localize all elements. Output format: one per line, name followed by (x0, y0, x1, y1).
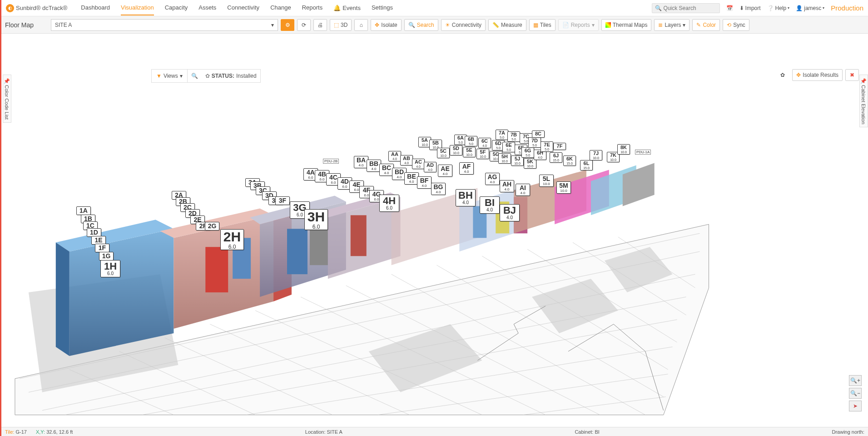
cabinet-label-7J[interactable]: 7J10.0 (590, 150, 602, 160)
zoom-controls: 🔍+ 🔍− ➤ (849, 375, 862, 411)
filter-settings-icon[interactable]: ✿ (776, 69, 789, 81)
cabinet-label-1E[interactable]: 1E (91, 236, 106, 245)
cabinet-label-3F[interactable]: 3F (275, 196, 290, 205)
cabinet-label-3H[interactable]: 3H6.0 (304, 209, 328, 230)
nav-connectivity[interactable]: Connectivity (227, 0, 259, 15)
zoom-in-button[interactable]: 🔍+ (849, 375, 862, 386)
grid-icon: ▦ (533, 22, 538, 28)
cabinet-label: Cabinet: (575, 429, 593, 435)
reports-button[interactable]: 📄Reports ▾ (558, 19, 599, 31)
brand-product: dcTrack® (42, 5, 67, 11)
svg-marker-28 (56, 242, 69, 356)
cabinet-label-AB[interactable]: AB4.0 (400, 155, 413, 165)
filter-search-icon[interactable]: 🔍 (188, 73, 202, 79)
cabinet-label-1A[interactable]: 1A (76, 206, 91, 215)
cabinet-label-1D[interactable]: 1D (87, 228, 101, 237)
cabinet-value: BI (595, 429, 599, 435)
connectivity-button[interactable]: ☀Connectivity (441, 19, 486, 31)
cabinet-label-8C[interactable]: 8C (532, 130, 545, 138)
cabinet-label-7D[interactable]: 7D5.0 (528, 137, 541, 148)
cabinet-label-AC[interactable]: AC4.0 (412, 159, 425, 169)
cabinet-label-1F[interactable]: 1F (95, 244, 109, 252)
gear-icon: ✿ (205, 73, 210, 79)
cabinet-label-BJ[interactable]: BJ4.0 (500, 204, 520, 221)
pdu-label-PDU-1A[interactable]: PDU-1A (635, 150, 651, 155)
import-button[interactable]: ⬇ Import (739, 5, 761, 11)
cabinet-label-4H[interactable]: 4H6.0 (379, 195, 399, 212)
cabinet-label-6J[interactable]: 6J15.0 (550, 152, 562, 163)
sync-button[interactable]: ⟲Sync (723, 19, 749, 31)
layers-button[interactable]: ≣Layers ▾ (654, 19, 689, 31)
cabinet-label-AD[interactable]: AD4.0 (424, 162, 436, 172)
user-menu[interactable]: 👤 jamesc ▾ (796, 5, 824, 11)
cabinet-label-5D[interactable]: 5D10.0 (450, 145, 462, 155)
nav-reports[interactable]: Reports (302, 0, 323, 15)
cabinet-label-6G[interactable]: 6G5.0 (521, 147, 534, 158)
cabinet-label-BH[interactable]: BH4.0 (456, 189, 476, 206)
clear-filter-button[interactable]: ✖ (845, 69, 859, 81)
3d-button[interactable]: ⬚3D (330, 19, 352, 31)
cabinet-label-AE[interactable]: AE4.0 (438, 165, 452, 177)
cabinet-label-BG[interactable]: BG4.0 (431, 183, 446, 195)
quick-search-input[interactable] (664, 5, 717, 11)
cabinet-label-5C[interactable]: 5C10.0 (437, 148, 450, 158)
nav-change[interactable]: Change (270, 0, 291, 15)
cabinet-label-6C[interactable]: 6C4.0 (478, 138, 491, 148)
cabinet-label-6K[interactable]: 6K15.0 (563, 155, 576, 166)
site-select[interactable]: SITE A ▾ (51, 19, 278, 31)
calendar-icon[interactable]: 📅 (726, 5, 733, 11)
cabinet-label-5M[interactable]: 5M10.0 (556, 181, 571, 194)
pdu-label-PDU-2B[interactable]: PDU-2B (323, 159, 339, 164)
thermal-maps-button[interactable]: Thermal Maps (601, 19, 652, 31)
cabinet-label-BI[interactable]: BI4.0 (480, 196, 500, 214)
color-button[interactable]: ✎Color (692, 19, 720, 31)
cabinet-label-1H[interactable]: 1H6.0 (100, 260, 120, 277)
cabinet-label-8K[interactable]: 8K10.0 (617, 144, 630, 155)
cabinet-label-6E[interactable]: 6E5.0 (502, 142, 515, 152)
settings-gear-button[interactable]: ⚙ (281, 19, 294, 31)
nav-capacity[interactable]: Capacity (165, 0, 188, 15)
isolate-results-button[interactable]: ✥Isolate Results (792, 69, 843, 81)
status-filter[interactable]: ✿ STATUS: Installed (202, 73, 260, 79)
measure-button[interactable]: 📏Measure (488, 19, 526, 31)
nav-assets[interactable]: Assets (198, 0, 216, 15)
cabinet-label-7A[interactable]: 7A5.0 (496, 130, 508, 140)
help-menu[interactable]: ❔ Help ▾ (767, 5, 790, 11)
cabinet-label-1G[interactable]: 1G (99, 252, 114, 261)
floor-map-canvas[interactable]: ▼ Views ▾ 🔍 ✿ STATUS: Installed ✿ ✥Isola… (1, 34, 868, 427)
cabinet-label-AH[interactable]: AH4.0 (500, 180, 514, 192)
isolate-button[interactable]: ✥Isolate (371, 19, 401, 31)
cabinet-label-5E[interactable]: 5E10.0 (463, 147, 476, 157)
floor-3d-view (1, 34, 868, 427)
cabinet-label-7F[interactable]: 7F (553, 143, 566, 150)
cabinet-label-6B[interactable]: 6B5.0 (465, 136, 477, 146)
cabinet-label-5H[interactable]: 5H10.0 (498, 153, 511, 164)
cabinet-label-2H[interactable]: 2H6.0 (220, 229, 244, 250)
home-button[interactable]: ⌂ (354, 19, 368, 31)
cabinet-label-AA[interactable]: AA4.0 (388, 151, 401, 161)
nav-dashboard[interactable]: Dashboard (81, 0, 110, 15)
cabinet-label-5F[interactable]: 5F10.0 (476, 149, 489, 159)
cabinet-label-AG[interactable]: AG4.0 (485, 173, 500, 185)
tiles-button[interactable]: ▦Tiles (529, 19, 556, 31)
cabinet-label-2G[interactable]: 2G (205, 222, 219, 231)
compass-button[interactable]: ➤ (849, 401, 862, 411)
search-button[interactable]: 🔍Search (404, 19, 438, 31)
print-button[interactable]: 🖨 (313, 19, 327, 31)
cabinet-label-7B[interactable]: 7B5.0 (507, 131, 520, 142)
zoom-out-button[interactable]: 🔍− (849, 388, 862, 399)
refresh-button[interactable]: ⟳ (297, 19, 311, 31)
brand-icon: ◐ (6, 4, 14, 12)
cabinet-label-AF[interactable]: AF4.0 (459, 162, 474, 175)
nav-visualization[interactable]: Visualization (121, 0, 154, 15)
nav-events[interactable]: 🔔Events (333, 0, 361, 15)
cabinet-label-6L[interactable]: 6L15.0 (580, 160, 593, 170)
cabinet-label-BF[interactable]: BF4.0 (417, 176, 432, 189)
cabinet-label-5L[interactable]: 5L10.0 (539, 175, 554, 187)
views-menu[interactable]: ▼ Views ▾ (152, 70, 188, 82)
nav-settings[interactable]: Settings (372, 0, 393, 15)
quick-search[interactable]: 🔍 (652, 3, 720, 13)
svg-rect-40 (351, 215, 367, 256)
cabinet-label-AI[interactable]: AI4.0 (516, 184, 530, 196)
cabinet-label-7E[interactable]: 7E5.0 (541, 141, 553, 152)
